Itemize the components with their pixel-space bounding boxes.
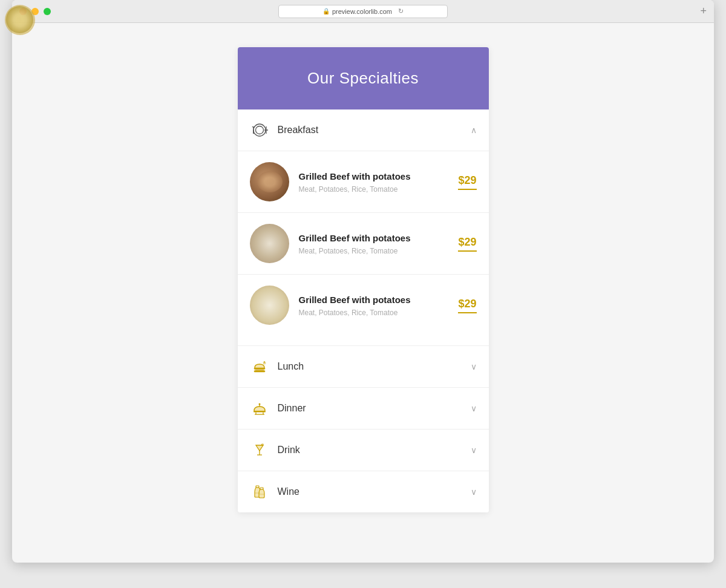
browser-window: 🔒 preview.colorlib.com ↻ + Our Specialti… bbox=[12, 0, 714, 563]
svg-rect-11 bbox=[253, 411, 266, 413]
chevron-down-icon-lunch: ∨ bbox=[471, 362, 477, 371]
drink-icon bbox=[250, 440, 269, 460]
menu-item: Grilled Beef with potatoes Meat, Potatoe… bbox=[238, 275, 489, 336]
specialties-title: Our Specialties bbox=[250, 69, 477, 88]
chevron-down-icon-drink: ∨ bbox=[471, 445, 477, 455]
svg-point-13 bbox=[258, 403, 260, 405]
dinner-icon bbox=[250, 399, 269, 418]
menu-item-ingredients-3: Meat, Potatoes, Rice, Tomatoe bbox=[299, 309, 459, 317]
chevron-down-icon-wine: ∨ bbox=[471, 487, 477, 497]
category-row-dinner[interactable]: Dinner ∨ bbox=[238, 388, 489, 430]
menu-item-info-2: Grilled Beef with potatoes Meat, Potatoe… bbox=[299, 232, 459, 255]
chevron-down-icon-dinner: ∨ bbox=[471, 403, 477, 413]
svg-rect-7 bbox=[255, 370, 264, 371]
lock-icon: 🔒 bbox=[322, 8, 330, 15]
menu-item-image-1 bbox=[250, 162, 289, 201]
category-label-breakfast: Breakfast bbox=[278, 125, 471, 136]
category-label-wine: Wine bbox=[278, 486, 471, 497]
svg-point-1 bbox=[255, 126, 263, 134]
category-row-wine[interactable]: Wine ∨ bbox=[238, 471, 489, 512]
menu-item-price-2: $29 bbox=[458, 236, 476, 252]
category-row-breakfast[interactable]: Breakfast ∧ bbox=[238, 109, 489, 151]
breakfast-icon bbox=[250, 120, 269, 140]
menu-item-ingredients-2: Meat, Potatoes, Rice, Tomatoe bbox=[299, 247, 459, 255]
page-content: Our Specialties Breakfast bbox=[12, 23, 714, 537]
menu-item: Grilled Beef with potatoes Meat, Potatoe… bbox=[238, 213, 489, 275]
menu-item-info-1: Grilled Beef with potatoes Meat, Potatoe… bbox=[299, 170, 459, 194]
new-tab-button[interactable]: + bbox=[700, 5, 707, 18]
titlebar: 🔒 preview.colorlib.com ↻ + bbox=[12, 0, 714, 23]
category-row-drink[interactable]: Drink ∨ bbox=[238, 430, 489, 471]
svg-rect-6 bbox=[254, 368, 265, 370]
menu-items-container: Grilled Beef with potatoes Meat, Potatoe… bbox=[238, 151, 489, 336]
menu-item-name-2: Grilled Beef with potatoes bbox=[299, 232, 459, 244]
address-bar[interactable]: 🔒 preview.colorlib.com ↻ bbox=[278, 5, 448, 18]
menu-item-price-3: $29 bbox=[458, 298, 476, 313]
menu-item-image-3 bbox=[250, 286, 289, 325]
reload-icon[interactable]: ↻ bbox=[398, 7, 404, 15]
maximize-button[interactable] bbox=[44, 8, 51, 15]
category-label-lunch: Lunch bbox=[278, 361, 471, 372]
chevron-up-icon: ∧ bbox=[471, 125, 477, 135]
menu-item: Grilled Beef with potatoes Meat, Potatoe… bbox=[238, 151, 489, 213]
wine-icon bbox=[250, 482, 269, 501]
svg-rect-8 bbox=[254, 371, 265, 373]
category-label-dinner: Dinner bbox=[278, 403, 471, 414]
lunch-icon bbox=[250, 357, 269, 376]
category-label-drink: Drink bbox=[278, 445, 471, 456]
menu-item-image-2 bbox=[250, 224, 289, 263]
menu-item-name-1: Grilled Beef with potatoes bbox=[299, 170, 459, 183]
menu-item-price-1: $29 bbox=[458, 174, 476, 190]
specialties-card: Our Specialties Breakfast bbox=[238, 47, 489, 512]
menu-item-info-3: Grilled Beef with potatoes Meat, Potatoe… bbox=[299, 293, 459, 317]
menu-item-name-3: Grilled Beef with potatoes bbox=[299, 293, 459, 306]
specialties-header: Our Specialties bbox=[238, 47, 489, 109]
category-row-lunch[interactable]: Lunch ∨ bbox=[238, 345, 489, 388]
url-text: preview.colorlib.com bbox=[332, 8, 392, 15]
menu-item-ingredients-1: Meat, Potatoes, Rice, Tomatoe bbox=[299, 185, 459, 194]
